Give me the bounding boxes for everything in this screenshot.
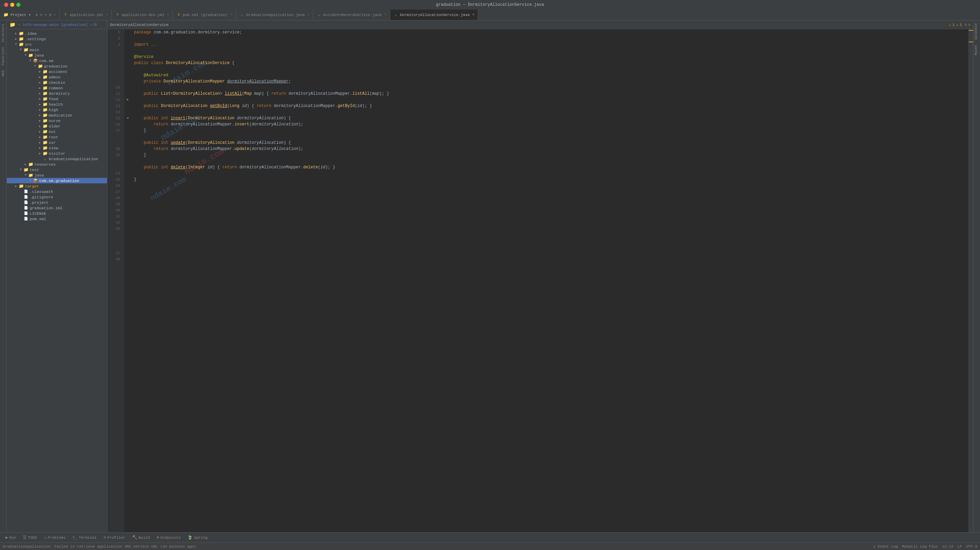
tab-close[interactable]: × (307, 13, 309, 17)
tree-license[interactable]: 📄 LICENSE (7, 211, 107, 216)
arrow-icon: ▶ (14, 37, 18, 41)
tree-food[interactable]: ▶ 📁 food (7, 96, 107, 102)
warning-icon2: ⚠ (956, 22, 959, 27)
tree-project-file[interactable]: 📄 .project (7, 200, 107, 205)
tree-iml[interactable]: 📄 graduation.iml (7, 205, 107, 211)
tree-out[interactable]: ▶ 📁 out (7, 129, 107, 134)
todo-tool[interactable]: ☰ TODO (20, 534, 40, 541)
tree-high[interactable]: ▶ 📁 high (7, 107, 107, 113)
web-tab[interactable]: Web (1, 68, 6, 78)
tree-target[interactable]: ▶ 📁 target (7, 183, 107, 189)
tree-usr[interactable]: ▶ 📁 usr (7, 140, 107, 145)
gutter-column: ▶ ● (124, 29, 131, 532)
tab-label: GraduationApplication.java (246, 13, 305, 17)
tree-src[interactable]: ▼ 📁 src (7, 41, 107, 47)
database-tab[interactable]: Database (974, 21, 980, 42)
window-controls[interactable] (4, 3, 21, 7)
tab-accident-service[interactable]: ☕ AccidentRecordService.java × (313, 10, 390, 20)
folder-icon: 📁 (42, 113, 48, 118)
tree-older[interactable]: ▶ 📁 older (7, 123, 107, 129)
tree-test[interactable]: ▼ 📁 test (7, 167, 107, 172)
event-log[interactable]: 1 Event Log (873, 545, 898, 548)
tree-com-sm-graduation[interactable]: ▼ 📦 com.sm.graduation (7, 178, 107, 183)
tree-resources[interactable]: ▶ 📁 resources (7, 162, 107, 167)
run-tool[interactable]: ▶ Run (3, 534, 19, 541)
tree-root[interactable]: ▶ 📁 root (7, 134, 107, 140)
tree-label: high (49, 108, 58, 112)
tree-common[interactable]: ▶ 📁 common (7, 85, 107, 91)
close-button[interactable] (4, 3, 8, 7)
todo-icon: ☰ (23, 535, 27, 540)
tree-settings[interactable]: ▶ 📁 .settings (7, 36, 107, 41)
breadcrumb-item: DormitoryAllocationService (110, 23, 169, 27)
code-line-30: return dormitoryAllocationMapper.update(… (134, 146, 966, 152)
chevron-down[interactable]: ∨ (968, 22, 970, 27)
code-editor[interactable]: 1 2 3 4 5 6 7 8 9 10 11 12 13 14 15 16 1… (107, 29, 973, 532)
java-folder-icon: 📁 (28, 173, 33, 178)
arrow-icon: ▶ (23, 162, 28, 166)
chevron-up[interactable]: ∧ (965, 22, 967, 27)
file-icon: 📄 (23, 211, 29, 216)
file-icon: 📄 (23, 189, 29, 194)
line-num: 11 (110, 91, 122, 97)
tree-health[interactable]: ▶ 📁 health (7, 102, 107, 107)
tree-label: out (49, 129, 56, 134)
build-label: Build (139, 536, 150, 540)
favorites-tab[interactable]: Favorites (1, 45, 6, 67)
tab-graduation-app[interactable]: ☕ GraduationApplication.java × (236, 10, 313, 20)
code-line-3: import ... (134, 41, 966, 48)
tree-com-sm[interactable]: ▼ 📦 com.sm (7, 58, 107, 64)
terminal-tool[interactable]: >_ Terminal (70, 535, 100, 541)
build-tool[interactable]: 🔨 Build (129, 534, 153, 541)
code-content[interactable]: ndaim.com ndaim.com ndaim.com ndaim.com … (131, 29, 969, 532)
maximize-button[interactable] (16, 3, 21, 7)
problems-tool[interactable]: ⚠ Problems (41, 534, 68, 541)
tree-classpath[interactable]: 📄 .classpath (7, 189, 107, 194)
mybatis-plugin[interactable]: Mybatis Log Plus (902, 545, 938, 548)
tree-java[interactable]: ▼ 📁 java (7, 52, 107, 58)
maven-tab[interactable]: Maven (974, 42, 980, 58)
tab-pom-xml[interactable]: X pom.xml (graduation) × (173, 10, 236, 20)
project-header[interactable]: 📁 Project ▾ ⊕ ≡ ≂ ⚙ − (0, 10, 60, 20)
tree-admin[interactable]: ▶ 📁 admin (7, 74, 107, 80)
tree-view[interactable]: ▶ 📁 view (7, 145, 107, 151)
tree-medication[interactable]: ▶ 📁 medication (7, 113, 107, 118)
endpoints-tool[interactable]: ⊕ Endpoints (154, 534, 184, 541)
line-num: 20 (110, 146, 122, 152)
folder-icon: 📁 (42, 129, 48, 134)
tree-graduation[interactable]: ▼ 📁 graduation (7, 64, 107, 69)
tab-dormitory-service[interactable]: ☕ DormitoryAllocationService.java × (390, 10, 479, 20)
tree-label: test (30, 168, 39, 172)
tab-close[interactable]: × (167, 13, 169, 17)
folder-icon: 📁 (18, 37, 24, 41)
tree-accident[interactable]: ▶ 📁 accident (7, 69, 107, 74)
tab-close[interactable]: × (230, 13, 232, 17)
structure-tab[interactable]: Structure (1, 22, 6, 44)
spring-tool[interactable]: 🍃 Spring (185, 534, 210, 541)
tree-test-java[interactable]: ▼ 📁 java (7, 172, 107, 178)
tree-pom[interactable]: 📄 pom.xml (7, 216, 107, 221)
tree-idea[interactable]: ▶ 📁 .idea (7, 31, 107, 36)
arrow-icon: ▼ (23, 54, 28, 57)
profiler-tool[interactable]: ⊙ Profiler (101, 534, 128, 541)
tab-application-yml[interactable]: Y application.yml × (60, 10, 112, 20)
tree-graduation-app-class[interactable]: ☕ GraduationApplication (7, 156, 107, 162)
tree-main[interactable]: ▼ 📁 main (7, 47, 107, 52)
tab-close[interactable]: × (106, 13, 108, 17)
arrow-icon: ▶ (38, 146, 42, 150)
tree-nurse[interactable]: ▶ 📁 nurse (7, 118, 107, 123)
line-num: 32 (110, 219, 122, 226)
tree-dormitory[interactable]: ▶ 📁 dormitory (7, 91, 107, 96)
window-title: graduation – DormitoryAllocationService.… (436, 2, 544, 7)
warning-badge[interactable]: ⚠ 1 ⚠ 1 ∧ ∨ (949, 22, 970, 27)
tree-visitor[interactable]: ▶ 📁 visitor (7, 151, 107, 156)
tree-gitignore[interactable]: 📄 .gitignore (7, 194, 107, 200)
code-scrollbar[interactable] (969, 29, 973, 532)
left-strip: Structure Favorites Web (0, 21, 7, 532)
tab-application-dev-yml[interactable]: Y application-dev.yml × (112, 10, 173, 20)
tab-close[interactable]: × (384, 13, 387, 17)
minimize-button[interactable] (10, 3, 14, 7)
build-icon: 🔨 (132, 535, 137, 540)
tree-checkin[interactable]: ▶ 📁 checkin (7, 80, 107, 85)
tab-close[interactable]: × (472, 13, 474, 17)
